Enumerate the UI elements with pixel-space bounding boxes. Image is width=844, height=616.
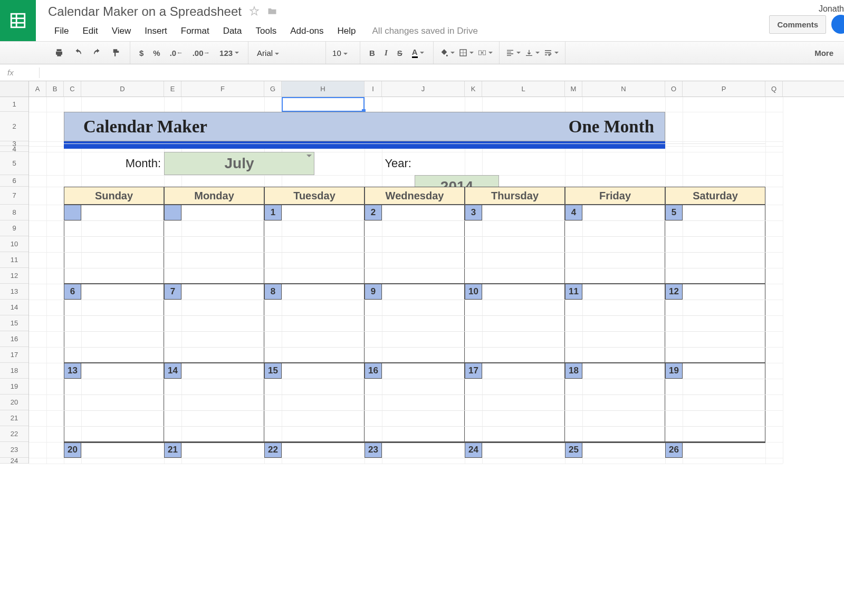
col-header-N[interactable]: N xyxy=(582,81,665,97)
date-cell[interactable]: 10 xyxy=(465,284,482,300)
row-header-24[interactable]: 24 xyxy=(0,458,28,464)
col-header-L[interactable]: L xyxy=(482,81,565,97)
date-cell[interactable]: 3 xyxy=(465,205,482,220)
date-cell[interactable]: 1 xyxy=(264,205,282,220)
menu-help[interactable]: Help xyxy=(331,24,363,38)
row-header-6[interactable]: 6 xyxy=(0,175,28,187)
col-header-K[interactable]: K xyxy=(465,81,482,97)
share-button[interactable] xyxy=(831,15,844,34)
row-header-1[interactable]: 1 xyxy=(0,97,28,112)
menu-insert[interactable]: Insert xyxy=(138,24,174,38)
menu-edit[interactable]: Edit xyxy=(75,24,104,38)
col-header-H[interactable]: H xyxy=(282,81,365,97)
date-cell[interactable]: 6 xyxy=(64,284,81,300)
row-header-2[interactable]: 2 xyxy=(0,112,28,141)
select-all-corner[interactable] xyxy=(0,81,29,97)
row-header-18[interactable]: 18 xyxy=(0,363,28,379)
date-cell[interactable]: 16 xyxy=(365,363,382,379)
col-header-G[interactable]: G xyxy=(264,81,282,97)
row-header-15[interactable]: 15 xyxy=(0,315,28,331)
col-header-D[interactable]: D xyxy=(81,81,164,97)
date-cell[interactable]: 2 xyxy=(365,205,382,220)
row-header-7[interactable]: 7 xyxy=(0,187,28,205)
row-header-10[interactable]: 10 xyxy=(0,236,28,252)
bold-button[interactable]: B xyxy=(366,45,378,61)
date-cell[interactable]: 21 xyxy=(164,442,181,458)
menu-tools[interactable]: Tools xyxy=(249,24,284,38)
date-cell[interactable]: 22 xyxy=(264,442,282,458)
row-header-9[interactable]: 9 xyxy=(0,220,28,236)
date-cell[interactable]: 14 xyxy=(164,363,181,379)
font-size-select[interactable]: 10 xyxy=(330,46,356,60)
row-header-11[interactable]: 11 xyxy=(0,252,28,268)
font-select[interactable]: Arial xyxy=(253,46,321,60)
doc-title[interactable]: Calendar Maker on a Spreadsheet xyxy=(48,4,242,19)
redo-icon[interactable] xyxy=(89,45,105,61)
row-header-13[interactable]: 13 xyxy=(0,284,28,300)
currency-button[interactable]: $ xyxy=(136,45,147,61)
cells-area[interactable]: Calendar Maker One Month Month: July Yea… xyxy=(29,97,844,464)
col-header-I[interactable]: I xyxy=(365,81,382,97)
row-header-20[interactable]: 20 xyxy=(0,394,28,410)
date-cell[interactable]: 25 xyxy=(565,442,582,458)
inc-decimal-button[interactable]: .00→ xyxy=(189,45,213,61)
sheets-logo[interactable] xyxy=(0,0,36,41)
menu-data[interactable]: Data xyxy=(216,24,249,38)
row-header-14[interactable]: 14 xyxy=(0,300,28,315)
col-header-P[interactable]: P xyxy=(683,81,765,97)
fill-color-button[interactable] xyxy=(439,45,455,61)
date-cell[interactable] xyxy=(64,205,81,220)
formula-input[interactable] xyxy=(45,64,844,81)
row-header-8[interactable]: 8 xyxy=(0,205,28,220)
menu-file[interactable]: File xyxy=(47,24,75,38)
date-cell[interactable]: 9 xyxy=(365,284,382,300)
comments-button[interactable]: Comments xyxy=(769,15,826,34)
dec-decimal-button[interactable]: .0← xyxy=(167,45,186,61)
col-header-C[interactable]: C xyxy=(64,81,81,97)
date-cell[interactable]: 17 xyxy=(465,363,482,379)
star-icon[interactable] xyxy=(249,6,260,18)
paint-format-icon[interactable] xyxy=(108,45,124,61)
date-cell[interactable]: 13 xyxy=(64,363,81,379)
date-cell[interactable]: 8 xyxy=(264,284,282,300)
row-header-16[interactable]: 16 xyxy=(0,331,28,347)
print-icon[interactable] xyxy=(51,45,67,61)
row-header-17[interactable]: 17 xyxy=(0,347,28,363)
date-cell[interactable]: 5 xyxy=(665,205,683,220)
date-cell[interactable]: 23 xyxy=(365,442,382,458)
text-color-button[interactable]: A xyxy=(409,45,427,61)
folder-icon[interactable] xyxy=(267,6,277,18)
valign-button[interactable] xyxy=(524,45,540,61)
date-cell[interactable]: 4 xyxy=(565,205,582,220)
date-cell[interactable]: 24 xyxy=(465,442,482,458)
date-cell[interactable]: 11 xyxy=(565,284,582,300)
date-cell[interactable]: 20 xyxy=(64,442,81,458)
col-header-A[interactable]: A xyxy=(29,81,46,97)
row-header-12[interactable]: 12 xyxy=(0,268,28,284)
menu-addons[interactable]: Add-ons xyxy=(283,24,330,38)
col-header-E[interactable]: E xyxy=(164,81,181,97)
row-header-22[interactable]: 22 xyxy=(0,426,28,442)
row-header-5[interactable]: 5 xyxy=(0,152,28,175)
row-header-19[interactable]: 19 xyxy=(0,379,28,394)
row-header-21[interactable]: 21 xyxy=(0,410,28,426)
date-cell[interactable]: 26 xyxy=(665,442,683,458)
halign-button[interactable] xyxy=(505,45,521,61)
col-header-Q[interactable]: Q xyxy=(765,81,783,97)
date-cell[interactable]: 19 xyxy=(665,363,683,379)
col-header-M[interactable]: M xyxy=(565,81,582,97)
row-header-4[interactable]: 4 xyxy=(0,146,28,152)
col-header-O[interactable]: O xyxy=(665,81,683,97)
undo-icon[interactable] xyxy=(70,45,86,61)
borders-button[interactable] xyxy=(458,45,474,61)
italic-button[interactable]: I xyxy=(381,45,391,61)
date-cell[interactable]: 18 xyxy=(565,363,582,379)
month-dropdown[interactable]: July xyxy=(164,152,314,175)
more-button[interactable]: More xyxy=(804,49,844,57)
date-cell[interactable] xyxy=(164,205,181,220)
percent-button[interactable]: % xyxy=(150,45,163,61)
row-header-23[interactable]: 23 xyxy=(0,442,28,458)
date-cell[interactable]: 12 xyxy=(665,284,683,300)
col-header-J[interactable]: J xyxy=(382,81,465,97)
menu-format[interactable]: Format xyxy=(174,24,216,38)
